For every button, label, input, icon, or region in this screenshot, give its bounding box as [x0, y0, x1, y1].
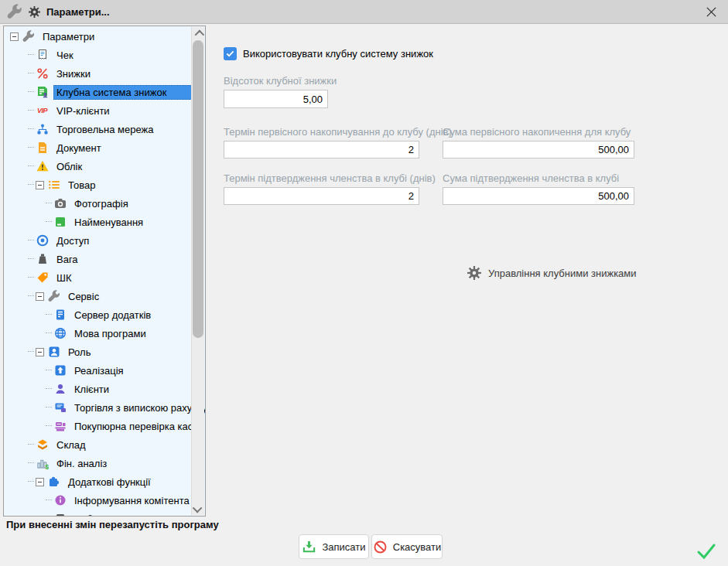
tree-connector — [28, 258, 34, 260]
tree-item-label: Товар — [65, 178, 98, 193]
titlebar: Параметри... — [0, 0, 728, 24]
tree-item-label: ШК — [53, 271, 75, 285]
tree-item[interactable]: Фотографія — [4, 194, 192, 213]
chart-icon: $ — [36, 457, 49, 470]
tree-item[interactable]: Торгівля з випискою рахунку — [4, 398, 192, 417]
tree-item-label: Чек — [53, 48, 77, 63]
confirm-check-icon[interactable] — [696, 540, 717, 562]
cancel-button-label: Скасувати — [393, 541, 442, 553]
collapse-toggle[interactable] — [36, 292, 44, 301]
tree-item[interactable]: Доступ — [4, 231, 192, 250]
naming-icon — [53, 216, 67, 229]
field-term-initial: Термін первісного накопичування до клубу… — [224, 126, 419, 159]
sum-confirm-input[interactable] — [443, 187, 634, 205]
receipt-icon — [36, 49, 49, 62]
tree-item[interactable]: $Фін. аналіз — [4, 454, 192, 472]
tree-connector — [28, 481, 34, 482]
sum-initial-input[interactable] — [443, 141, 634, 159]
collapse-toggle[interactable] — [36, 348, 44, 356]
club-discount-icon — [36, 86, 49, 99]
tree-item[interactable]: Чек — [4, 46, 192, 64]
save-button[interactable]: Записати — [299, 534, 369, 559]
gear-icon — [467, 266, 481, 280]
tree-item-label: Фотографія — [71, 196, 132, 211]
manage-club-discounts-label: Управління клубними знижками — [488, 268, 637, 279]
network-icon — [36, 123, 49, 136]
tree-item[interactable]: Клубна система знижок — [4, 83, 192, 101]
tree-item[interactable]: Облік — [4, 157, 192, 176]
manage-club-discounts-button[interactable]: Управління клубними знижками — [467, 266, 637, 280]
field-label: Термін первісного накопичування до клубу… — [224, 126, 419, 138]
tree-item-label: Фін. аналіз — [53, 456, 110, 471]
collapse-toggle[interactable] — [10, 32, 19, 41]
tree-item[interactable]: Параметри — [4, 27, 192, 46]
tree-item[interactable]: Додаткові функції — [4, 472, 192, 491]
arrow-up-icon — [53, 364, 67, 377]
collapse-toggle[interactable] — [36, 181, 44, 189]
tree-connector — [46, 407, 52, 408]
weight-icon — [36, 253, 49, 266]
tree-item-label: Доступ — [53, 234, 92, 248]
info-icon — [53, 494, 67, 507]
tree-item-label: Клубна система знижок — [53, 85, 192, 100]
cancel-button[interactable]: Скасувати — [371, 534, 443, 559]
close-button[interactable] — [702, 3, 720, 20]
tree-connector — [46, 332, 52, 334]
settings-tree-items: ПараметриЧекЗнижкиКлубна система знижокV… — [4, 27, 192, 517]
tree-scrollbar[interactable] — [191, 27, 204, 515]
collapse-toggle[interactable] — [36, 478, 44, 486]
term-confirm-input[interactable] — [224, 187, 419, 205]
tree-item[interactable]: Знижки — [4, 64, 192, 83]
restart-note: При внесенні змін перезапустіть програму — [6, 519, 219, 530]
tree-item[interactable]: VIPVIP-клієнти — [4, 101, 192, 120]
use-club-checkbox[interactable] — [224, 47, 237, 60]
close-icon — [706, 6, 717, 18]
term-initial-input[interactable] — [224, 141, 419, 159]
tree-item-label: Робота з інтернет магазином — [71, 512, 206, 517]
tree-item[interactable]: Сервер додатків — [4, 305, 192, 324]
tree-item[interactable]: Клієнти — [4, 380, 192, 398]
tree-connector — [28, 462, 34, 464]
cash-register-icon — [53, 420, 67, 433]
tree-item-label: Мова програми — [71, 326, 149, 341]
tree-item[interactable]: Вага — [4, 250, 192, 268]
tree-item-label: Параметри — [39, 29, 97, 44]
tree-connector — [28, 295, 34, 297]
field-sum-confirm: Сума підтвердження членства в клубі — [443, 172, 634, 205]
gear-icon — [29, 6, 40, 18]
tree-item[interactable]: Торговельна мережа — [4, 120, 192, 138]
tree-item[interactable]: Робота з інтернет магазином — [4, 510, 192, 517]
tree-item[interactable]: Інформування комітента — [4, 491, 192, 510]
tree-item-label: Роль — [65, 345, 94, 360]
tree-item[interactable]: Документ — [4, 138, 192, 157]
scroll-down-button[interactable] — [192, 503, 204, 515]
tree-item[interactable]: Товар — [4, 176, 192, 194]
tree-item-label: Документ — [53, 141, 104, 155]
wrench-icon — [47, 290, 60, 303]
tree-item[interactable]: Реалізація — [4, 361, 192, 380]
tree-item-label: Сервіс — [65, 289, 102, 304]
window-title: Параметри... — [46, 6, 110, 18]
tree-connector — [46, 388, 52, 390]
tree-item[interactable]: Мова програми — [4, 324, 192, 343]
tree-connector — [46, 221, 52, 223]
tree-item[interactable]: Покупюрна перевірка каси — [4, 417, 192, 435]
tree-item[interactable]: Сервіс — [4, 287, 192, 305]
tree-item[interactable]: Склад — [4, 435, 192, 454]
club-discount-percent-input[interactable] — [224, 90, 328, 108]
role-icon — [47, 346, 60, 359]
svg-text:$: $ — [45, 463, 49, 470]
tree-connector — [28, 91, 34, 93]
percent-icon — [36, 67, 49, 80]
tree-item-label: Реалізація — [71, 363, 127, 378]
list-icon — [47, 179, 60, 192]
tree-item[interactable]: Роль — [4, 343, 192, 361]
wrench-icon — [7, 4, 22, 19]
scroll-up-button[interactable] — [192, 27, 204, 39]
field-sum-initial: Сума первісного накопичення для клубу — [443, 126, 634, 159]
tree-item-label: Покупюрна перевірка каси — [71, 419, 201, 434]
tree-item[interactable]: ШК — [4, 268, 192, 287]
scrollbar-thumb[interactable] — [193, 40, 203, 338]
tree-item[interactable]: Найменування — [4, 213, 192, 231]
tree-item-label: Додаткові функції — [65, 475, 154, 489]
